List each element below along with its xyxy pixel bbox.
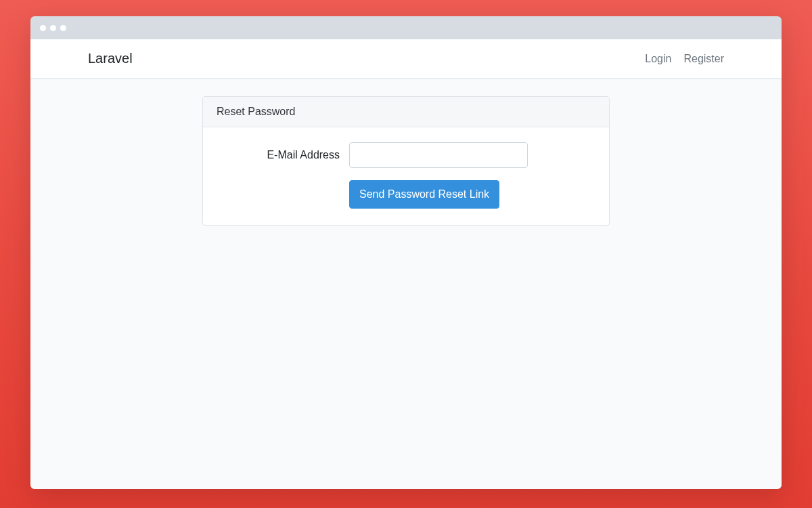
card-title: Reset Password xyxy=(203,97,609,127)
window-control-close-icon[interactable] xyxy=(40,25,46,31)
login-link[interactable]: Login xyxy=(645,53,671,65)
email-label: E-Mail Address xyxy=(217,149,349,161)
register-link[interactable]: Register xyxy=(683,53,724,65)
submit-row: Send Password Reset Link xyxy=(217,180,595,209)
main-content: Reset Password E-Mail Address Send Passw… xyxy=(30,79,782,489)
app-viewport: Laravel Login Register Reset Password E-… xyxy=(30,39,782,489)
window-control-maximize-icon[interactable] xyxy=(60,25,66,31)
brand-link[interactable]: Laravel xyxy=(88,51,133,66)
window-title-bar xyxy=(30,16,782,39)
browser-window: Laravel Login Register Reset Password E-… xyxy=(30,16,782,489)
email-row: E-Mail Address xyxy=(217,142,595,168)
window-control-minimize-icon[interactable] xyxy=(50,25,56,31)
reset-password-card: Reset Password E-Mail Address Send Passw… xyxy=(202,96,610,226)
navbar-right: Login Register xyxy=(645,53,724,65)
send-reset-link-button[interactable]: Send Password Reset Link xyxy=(349,180,499,209)
card-body: E-Mail Address Send Password Reset Link xyxy=(203,127,609,225)
navbar: Laravel Login Register xyxy=(30,39,782,79)
email-field[interactable] xyxy=(349,142,528,168)
